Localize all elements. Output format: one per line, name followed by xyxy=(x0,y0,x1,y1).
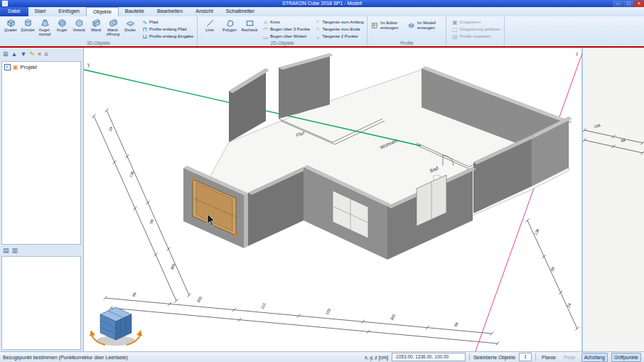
menu-icon[interactable]: ≡ xyxy=(44,50,48,58)
tab-schalbretter[interactable]: Schalbretter xyxy=(220,7,261,16)
svg-text:99: 99 xyxy=(454,321,459,327)
tangent-end-icon: ◝ xyxy=(314,26,321,33)
close-button[interactable]: × xyxy=(634,1,644,7)
titlebar: STRAKON Cube 2018 SP1 - Modell – □ × xyxy=(0,0,644,7)
dimension-chain-right[interactable] xyxy=(526,219,579,331)
polygon-icon xyxy=(225,18,235,28)
linie-button[interactable]: Linie xyxy=(200,17,220,33)
tab-objekte[interactable]: Objekte xyxy=(86,7,119,16)
quader-icon xyxy=(6,18,16,28)
maximize-button[interactable]: □ xyxy=(623,1,633,7)
polygon-button[interactable]: Polygon xyxy=(220,17,240,33)
decke-icon xyxy=(125,18,136,28)
kreis-button[interactable]: ○Kreis xyxy=(262,18,310,26)
svg-text:24: 24 xyxy=(107,126,113,132)
grip-point[interactable] xyxy=(191,178,194,181)
svg-text:99: 99 xyxy=(149,218,154,224)
tangente-ende-button[interactable]: ◝Tangente zum Ende xyxy=(314,26,363,33)
tangente-2-punkte-button[interactable]: ◞Tangente 2 Punkte xyxy=(314,33,363,40)
wandoeffnung-button[interactable]: Wand-öffnung xyxy=(104,17,122,37)
table-icon[interactable]: ▤ xyxy=(3,246,9,255)
navigation-cube[interactable] xyxy=(90,307,142,346)
tab-einfuegen[interactable]: Einfügen xyxy=(52,7,86,16)
mode-planar[interactable]: Planar xyxy=(540,355,558,360)
tab-datei[interactable]: Datei xyxy=(0,7,28,16)
edit-icon[interactable]: ✎ xyxy=(29,50,35,58)
views-icon[interactable]: ⊞ xyxy=(3,50,9,58)
project-tree-panel: ✓ ▣ Projekt xyxy=(1,61,81,245)
tab-bauteile[interactable]: Bauteile xyxy=(119,7,151,16)
delete-icon[interactable]: × xyxy=(38,50,41,58)
grid-icon[interactable]: ▥ xyxy=(12,246,18,255)
profile-entlang-eingabe-button[interactable]: ⊔Profile entlang Eingabe xyxy=(141,33,193,40)
wand-icon xyxy=(91,18,102,28)
profile-input-icon: ⊔ xyxy=(141,33,148,40)
project-sidebar: ⊞ ▲ ▼ ✎ × ≡ ✓ ▣ Projekt ▤ ▥ xyxy=(0,48,84,351)
pfad-button[interactable]: ∿Pfad xyxy=(141,18,193,26)
profile-editor-icon xyxy=(371,21,378,31)
rechteck-icon xyxy=(245,18,255,28)
mode-polar[interactable]: Polar xyxy=(562,355,577,360)
arrow-down-icon[interactable]: ▼ xyxy=(20,50,26,58)
group-label-2d-objekte: 2D-Objekte xyxy=(200,40,365,46)
tangent-2pt-icon: ◞ xyxy=(314,33,321,40)
dimension-values-left: 24 136 99 365 xyxy=(107,126,176,270)
arrow-up-icon[interactable]: ▲ xyxy=(11,50,18,58)
tree-item-projekt[interactable]: ✓ ▣ Projekt xyxy=(2,62,80,73)
mode-achsfang[interactable]: Achsfang xyxy=(581,353,608,362)
group-label-profile: Profile xyxy=(370,40,444,46)
projekt-checkbox[interactable]: ✓ xyxy=(4,64,11,70)
statusbar: Bezugspunkt bestimmen (Punktkorrektur üb… xyxy=(0,351,644,362)
model-viewport[interactable]: 24 136 99 365 99 365 115 163 365 99 136 … xyxy=(84,48,644,351)
tab-start[interactable]: Start xyxy=(28,7,53,16)
zylinder-button[interactable]: Zylinder xyxy=(19,17,36,33)
ribbon-filler xyxy=(505,16,644,46)
arc-3pt-icon: ◠ xyxy=(262,26,269,33)
gruppierung-aufloesen-button: ▢Gruppierung auflösen xyxy=(451,26,500,33)
dimension-chain-left[interactable] xyxy=(92,109,191,303)
selected-objects-label: Selektierte Objekte xyxy=(473,355,515,360)
grip-point[interactable] xyxy=(235,234,237,237)
projekt-label: Projekt xyxy=(21,64,37,70)
im-modell-erzeugen-button[interactable]: Im Modell erzeugen xyxy=(407,17,444,31)
profile-entlang-pfad-button[interactable]: ⊓Profile entlang Pfad xyxy=(141,26,193,33)
svg-text:365: 365 xyxy=(196,296,203,304)
mode-griffpunkte[interactable]: Griffpunkte xyxy=(611,353,641,362)
arc-angle-icon: ◡ xyxy=(262,33,269,40)
svg-text:115: 115 xyxy=(260,302,267,310)
im-editor-erzeugen-button[interactable]: Im Editor erzeugen xyxy=(370,17,407,31)
coords-input[interactable]: -1053.00, 1336.00, 100.00 xyxy=(392,353,466,361)
selected-objects-count: 1 xyxy=(519,353,532,361)
rechteck-button[interactable]: Rechteck xyxy=(240,17,259,33)
svg-text:365: 365 xyxy=(390,314,397,321)
properties-panel xyxy=(1,256,81,350)
tab-ansicht[interactable]: Ansicht xyxy=(189,7,220,16)
ribbon-group-2d-objekte: Linie Polygon Rechteck ○Kreis ◠Bogen übe… xyxy=(198,16,367,46)
decke-button[interactable]: Decke xyxy=(122,17,139,33)
axis-y-label: y xyxy=(87,62,90,68)
group-icon: ▣ xyxy=(451,19,458,26)
wand-button[interactable]: Wand xyxy=(87,17,104,33)
profile-zuweisen-button: ▤Profile zuweisen xyxy=(451,33,500,40)
svg-text:99: 99 xyxy=(549,266,555,272)
ungroup-icon: ▢ xyxy=(451,26,458,33)
window-title: STRAKON Cube 2018 SP1 - Modell xyxy=(0,0,644,7)
kegelstumpf-button[interactable]: Kegel-stumpf xyxy=(36,17,53,37)
path-icon: ∿ xyxy=(141,19,148,26)
tangente-anfang-button[interactable]: ◜Tangente vom Anfang xyxy=(314,18,363,26)
zylinder-icon xyxy=(23,18,33,28)
dimension-chain-bottom[interactable] xyxy=(104,297,500,346)
ribbon-group-gruppieren: ▣Gruppieren ▢Gruppierung auflösen ▤Profi… xyxy=(446,16,505,46)
ribbon: Quader Zylinder Kegel-stumpf Kugel Viele… xyxy=(0,16,644,48)
linie-icon xyxy=(205,18,215,28)
vieleck-button[interactable]: Vieleck xyxy=(70,17,87,33)
quader-button[interactable]: Quader xyxy=(2,17,19,33)
kegelstumpf-icon xyxy=(40,18,50,28)
kugel-button[interactable]: Kugel xyxy=(53,17,70,33)
tab-bearbeiten[interactable]: Bearbeiten xyxy=(151,7,189,16)
bogen-3-punkte-button[interactable]: ◠Bogen über 3 Punkte xyxy=(262,26,310,33)
sidebar-toolbar: ⊞ ▲ ▼ ✎ × ≡ xyxy=(0,48,83,60)
profile-model-icon xyxy=(408,21,414,31)
bogen-winkel-button[interactable]: ◡Bogen über Winkel xyxy=(262,33,310,40)
minimize-button[interactable]: – xyxy=(613,1,623,7)
